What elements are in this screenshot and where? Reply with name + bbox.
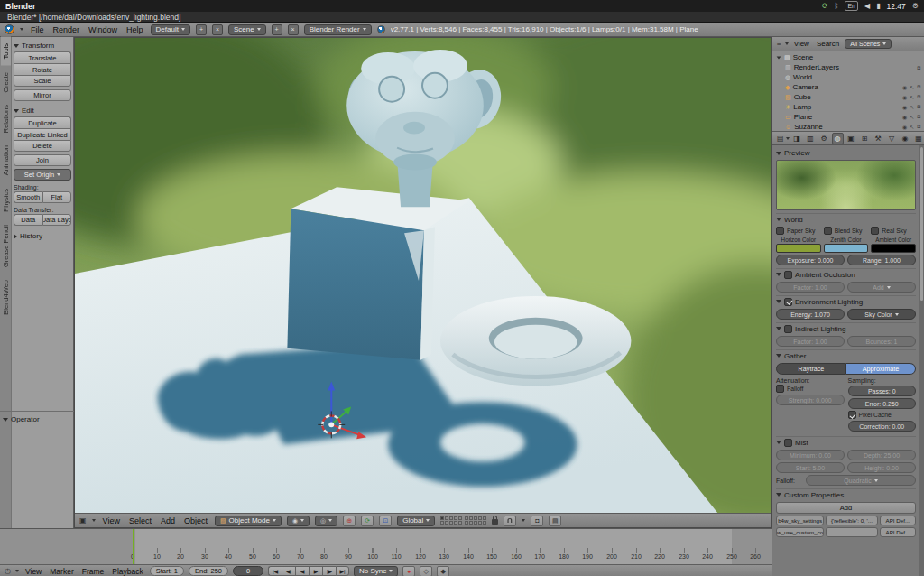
tab-texture[interactable]: ▦ [913, 133, 924, 144]
start-frame-field[interactable]: Start: 1 [150, 566, 184, 576]
approximate-button[interactable]: Approximate [846, 363, 916, 375]
menu-render[interactable]: Render [51, 25, 82, 34]
mode-selector[interactable]: ▧ Object Mode [215, 516, 282, 526]
custom-prop-api-button[interactable]: API Def... [880, 527, 916, 537]
world-panel-header[interactable]: World [776, 213, 916, 225]
add-custom-property-button[interactable]: Add [776, 502, 916, 514]
menu-object[interactable]: Object [182, 516, 209, 525]
session-menu-icon[interactable]: ⚙ [912, 2, 919, 10]
history-panel-header[interactable]: History [14, 230, 71, 242]
shelf-tab-grease-pencil[interactable]: Grease Pencil [1, 218, 11, 274]
jump-to-end-button[interactable]: ▶| [336, 566, 349, 576]
editor-type-icon[interactable]: ▤ [777, 135, 784, 143]
rotate-button[interactable]: Rotate [14, 63, 71, 75]
editor-type-caret-icon[interactable] [15, 570, 19, 572]
render-toggle-icon[interactable]: ◘ [917, 65, 920, 70]
sync-mode-selector[interactable]: No Sync [354, 566, 398, 576]
ambient-occlusion-toggle[interactable] [784, 271, 792, 279]
translate-button[interactable]: Translate [14, 51, 71, 63]
menu-file[interactable]: File [29, 25, 46, 34]
select-toggle-icon[interactable]: ↖ [910, 104, 914, 110]
environment-lighting-toggle[interactable] [784, 298, 792, 306]
editor-type-caret-icon[interactable] [785, 42, 789, 45]
scene-selector[interactable]: Scene [228, 24, 266, 35]
gather-panel-header[interactable]: Gather [776, 349, 916, 361]
shelf-tab-blend4web[interactable]: Blend4Web [1, 274, 11, 321]
add-scene-button[interactable]: + [272, 24, 282, 35]
battery-icon[interactable]: ▮ [876, 2, 880, 10]
editor-type-caret-icon[interactable] [20, 28, 23, 31]
custom-prop-value-field[interactable]: {'reflexible': 0, '... [826, 516, 877, 525]
tab-world[interactable]: ◍ [832, 133, 844, 144]
correction-field[interactable]: Correction: 0.00 [848, 421, 917, 432]
indirect-bounces-field[interactable]: Bounces: 1 [847, 336, 916, 347]
env-energy-field[interactable]: Energy: 1.070 [776, 309, 845, 320]
falloff-toggle[interactable]: Falloff [776, 385, 845, 393]
passes-field[interactable]: Passes: 0 [848, 386, 917, 396]
render-toggle-icon[interactable]: ◘ [917, 94, 920, 100]
raytrace-button[interactable]: Raytrace [776, 363, 846, 375]
expand-icon[interactable] [777, 56, 781, 59]
blend-sky-toggle[interactable]: Blend Sky [824, 227, 869, 235]
mist-minimum-field[interactable]: Minimum: 0.00 [776, 450, 845, 460]
shelf-tab-animation[interactable]: Animation [1, 139, 11, 181]
outliner-row-camera[interactable]: ◆ Camera ◉↖◘ [772, 82, 924, 92]
strength-field[interactable]: Strength: 0.000 [776, 395, 845, 405]
outliner-row-lamp[interactable]: ☀ Lamp ◉↖◘ [772, 102, 924, 112]
exposure-field[interactable]: Exposure: 0.000 [776, 255, 845, 265]
insert-keyframe-icon[interactable]: ◆ [437, 566, 449, 576]
scale-manipulator-icon[interactable]: ⊡ [379, 516, 392, 526]
outliner-item-label[interactable]: Cube [794, 93, 811, 101]
eye-icon[interactable]: ◉ [902, 84, 907, 90]
shelf-tab-physics[interactable]: Physics [1, 182, 11, 218]
menu-frame[interactable]: Frame [80, 567, 106, 576]
outliner-item-label[interactable]: RenderLayers [794, 63, 839, 71]
scrollbar-thumb[interactable] [920, 147, 923, 301]
mist-depth-field[interactable]: Depth: 25.00 [847, 450, 916, 460]
mist-toggle[interactable] [784, 439, 792, 447]
ambient-color-swatch[interactable] [871, 244, 916, 253]
outliner-item-label[interactable]: Suzanne [794, 123, 823, 131]
scale-button[interactable]: Scale [14, 75, 71, 87]
pivot-selector[interactable]: ◎ [315, 516, 337, 526]
indirect-lighting-panel-header[interactable]: Indirect Lighting [776, 322, 916, 334]
select-toggle-icon[interactable]: ↖ [910, 124, 914, 130]
mist-start-field[interactable]: Start: 5.00 [776, 462, 845, 473]
play-reverse-button[interactable]: ◀ [295, 566, 309, 576]
environment-lighting-panel-header[interactable]: Environment Lighting [776, 295, 916, 307]
duplicate-linked-button[interactable]: Duplicate Linked [14, 128, 71, 140]
set-origin-dropdown[interactable]: Set Origin [14, 169, 71, 181]
eye-icon[interactable]: ◉ [902, 124, 907, 130]
outliner-item-label[interactable]: Lamp [793, 103, 811, 111]
error-field[interactable]: Error: 0.250 [848, 398, 917, 409]
ao-blend-dropdown[interactable]: Add [847, 282, 916, 293]
render-toggle-icon[interactable]: ◘ [917, 124, 920, 130]
shelf-tab-create[interactable]: Create [1, 66, 11, 99]
volume-icon[interactable]: ◀ [864, 2, 870, 10]
snap-caret-icon[interactable] [522, 519, 525, 522]
indirect-factor-field[interactable]: Factor: 1.00 [776, 336, 845, 347]
menu-playback[interactable]: Playback [110, 567, 145, 576]
transform-orientation-selector[interactable]: Global [397, 516, 435, 526]
render-toggle-icon[interactable]: ◘ [917, 114, 920, 120]
tab-modifiers[interactable]: ⚒ [873, 133, 884, 144]
custom-prop-api-button[interactable]: API Def... [880, 516, 916, 525]
custom-prop-value-field[interactable] [826, 527, 877, 537]
jump-to-start-button[interactable]: |◀ [268, 566, 282, 576]
select-toggle-icon[interactable]: ↖ [910, 94, 914, 100]
viewport-canvas[interactable] [75, 38, 771, 513]
delete-button[interactable]: Delete [14, 140, 71, 152]
outliner-row-world[interactable]: ◍ World [772, 72, 924, 82]
lock-icon[interactable] [492, 519, 498, 525]
outliner-row-scene[interactable]: ▤ Scene [772, 52, 924, 62]
auto-keyframe-record-button[interactable]: ● [402, 566, 415, 576]
close-layout-button[interactable]: × [212, 24, 223, 35]
outliner-item-label[interactable]: World [793, 73, 812, 81]
snap-magnet-icon[interactable]: U [504, 516, 516, 526]
render-opengl-icon[interactable]: ◘ [531, 516, 543, 526]
eye-icon[interactable]: ◉ [902, 104, 907, 110]
flat-button[interactable]: Flat [42, 191, 72, 203]
editor-type-caret-icon[interactable] [786, 137, 790, 140]
app-menu-label[interactable]: Blender [5, 2, 36, 11]
add-layout-button[interactable]: + [196, 24, 207, 35]
